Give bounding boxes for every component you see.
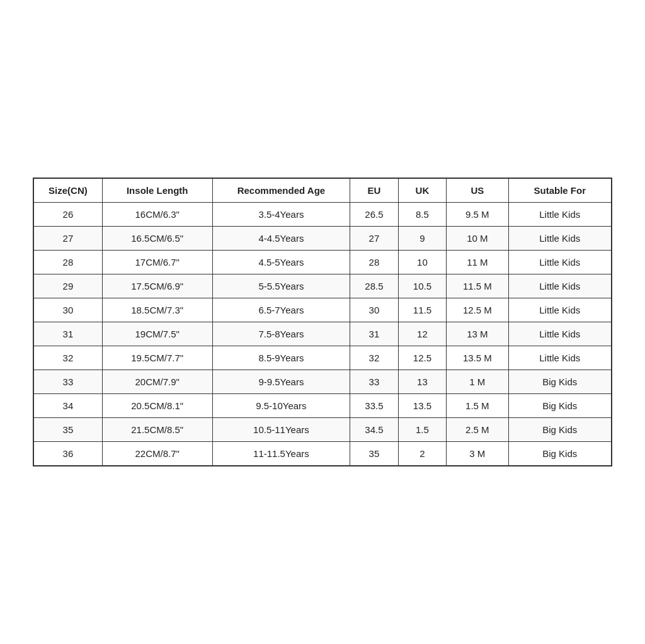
table-row: 3622CM/8.7"11-11.5Years3523 MBig Kids xyxy=(33,442,612,466)
table-cell: Little Kids xyxy=(508,274,612,298)
table-row: 3420.5CM/8.1"9.5-10Years33.513.51.5 MBig… xyxy=(33,394,612,418)
table-row: 2616CM/6.3"3.5-4Years26.58.59.5 MLittle … xyxy=(33,203,612,227)
table-cell: 28 xyxy=(33,251,102,274)
table-cell: 12.5 xyxy=(398,346,447,370)
table-cell: 34 xyxy=(33,394,102,418)
header-us: US xyxy=(447,178,508,203)
table-cell: 27 xyxy=(350,227,399,251)
table-cell: 3.5-4Years xyxy=(212,203,350,227)
table-cell: Little Kids xyxy=(508,203,612,227)
main-container: Size(CN) Insole Length Recommended Age E… xyxy=(33,178,612,466)
header-insole: Insole Length xyxy=(102,178,212,203)
table-cell: 21.5CM/8.5" xyxy=(102,418,212,442)
table-cell: 28.5 xyxy=(350,274,399,298)
table-cell: 20.5CM/8.1" xyxy=(102,394,212,418)
table-cell: 9.5-10Years xyxy=(212,394,350,418)
table-cell: 10.5 xyxy=(398,274,447,298)
table-row: 3018.5CM/7.3"6.5-7Years3011.512.5 MLittl… xyxy=(33,298,612,322)
table-cell: 9-9.5Years xyxy=(212,370,350,394)
table-cell: 11 M xyxy=(447,251,508,274)
table-cell: Little Kids xyxy=(508,346,612,370)
table-cell: 13.5 xyxy=(398,394,447,418)
table-cell: 20CM/7.9" xyxy=(102,370,212,394)
table-body: 2616CM/6.3"3.5-4Years26.58.59.5 MLittle … xyxy=(33,203,612,466)
table-cell: 1.5 xyxy=(398,418,447,442)
table-cell: 2.5 M xyxy=(447,418,508,442)
table-cell: 26 xyxy=(33,203,102,227)
table-row: 3521.5CM/8.5"10.5-11Years34.51.52.5 MBig… xyxy=(33,418,612,442)
table-row: 2917.5CM/6.9"5-5.5Years28.510.511.5 MLit… xyxy=(33,274,612,298)
table-cell: 9.5 M xyxy=(447,203,508,227)
table-cell: 34.5 xyxy=(350,418,399,442)
table-row: 2716.5CM/6.5"4-4.5Years27910 MLittle Kid… xyxy=(33,227,612,251)
table-cell: 13 M xyxy=(447,322,508,346)
table-cell: 12 xyxy=(398,322,447,346)
table-row: 3219.5CM/7.7"8.5-9Years3212.513.5 MLittl… xyxy=(33,346,612,370)
table-cell: 30 xyxy=(350,298,399,322)
table-cell: 2 xyxy=(398,442,447,466)
table-cell: Big Kids xyxy=(508,394,612,418)
table-cell: 7.5-8Years xyxy=(212,322,350,346)
table-cell: 17.5CM/6.9" xyxy=(102,274,212,298)
table-cell: 35 xyxy=(33,418,102,442)
table-cell: 35 xyxy=(350,442,399,466)
table-cell: Little Kids xyxy=(508,251,612,274)
table-cell: 31 xyxy=(350,322,399,346)
table-cell: 3 M xyxy=(447,442,508,466)
table-cell: 11-11.5Years xyxy=(212,442,350,466)
table-cell: 30 xyxy=(33,298,102,322)
table-cell: Little Kids xyxy=(508,298,612,322)
table-cell: 28 xyxy=(350,251,399,274)
table-cell: 22CM/8.7" xyxy=(102,442,212,466)
table-cell: 16CM/6.3" xyxy=(102,203,212,227)
table-cell: Big Kids xyxy=(508,370,612,394)
table-cell: 4-4.5Years xyxy=(212,227,350,251)
header-eu: EU xyxy=(350,178,399,203)
table-cell: 19CM/7.5" xyxy=(102,322,212,346)
table-cell: 26.5 xyxy=(350,203,399,227)
table-cell: 12.5 M xyxy=(447,298,508,322)
table-cell: 10 M xyxy=(447,227,508,251)
table-cell: Big Kids xyxy=(508,418,612,442)
table-cell: 1 M xyxy=(447,370,508,394)
table-cell: 33 xyxy=(33,370,102,394)
table-cell: 13 xyxy=(398,370,447,394)
header-row: Size(CN) Insole Length Recommended Age E… xyxy=(33,178,612,203)
header-uk: UK xyxy=(398,178,447,203)
table-cell: 11.5 xyxy=(398,298,447,322)
table-cell: 1.5 M xyxy=(447,394,508,418)
table-row: 3119CM/7.5"7.5-8Years311213 MLittle Kids xyxy=(33,322,612,346)
table-cell: 11.5 M xyxy=(447,274,508,298)
table-cell: Little Kids xyxy=(508,322,612,346)
table-cell: 19.5CM/7.7" xyxy=(102,346,212,370)
size-chart-table: Size(CN) Insole Length Recommended Age E… xyxy=(33,178,612,466)
table-cell: 9 xyxy=(398,227,447,251)
table-cell: 5-5.5Years xyxy=(212,274,350,298)
table-cell: 17CM/6.7" xyxy=(102,251,212,274)
table-cell: 33.5 xyxy=(350,394,399,418)
table-cell: Big Kids xyxy=(508,442,612,466)
table-cell: Little Kids xyxy=(508,227,612,251)
table-cell: 10 xyxy=(398,251,447,274)
table-cell: 10.5-11Years xyxy=(212,418,350,442)
table-cell: 33 xyxy=(350,370,399,394)
table-cell: 31 xyxy=(33,322,102,346)
header-suitable: Sutable For xyxy=(508,178,612,203)
header-age: Recommended Age xyxy=(212,178,350,203)
table-row: 2817CM/6.7"4.5-5Years281011 MLittle Kids xyxy=(33,251,612,274)
table-cell: 27 xyxy=(33,227,102,251)
table-cell: 8.5-9Years xyxy=(212,346,350,370)
header-size: Size(CN) xyxy=(33,178,102,203)
table-cell: 4.5-5Years xyxy=(212,251,350,274)
table-cell: 8.5 xyxy=(398,203,447,227)
table-cell: 32 xyxy=(350,346,399,370)
table-row: 3320CM/7.9"9-9.5Years33131 MBig Kids xyxy=(33,370,612,394)
table-cell: 36 xyxy=(33,442,102,466)
table-cell: 29 xyxy=(33,274,102,298)
table-cell: 13.5 M xyxy=(447,346,508,370)
table-cell: 32 xyxy=(33,346,102,370)
table-cell: 18.5CM/7.3" xyxy=(102,298,212,322)
table-cell: 6.5-7Years xyxy=(212,298,350,322)
table-cell: 16.5CM/6.5" xyxy=(102,227,212,251)
